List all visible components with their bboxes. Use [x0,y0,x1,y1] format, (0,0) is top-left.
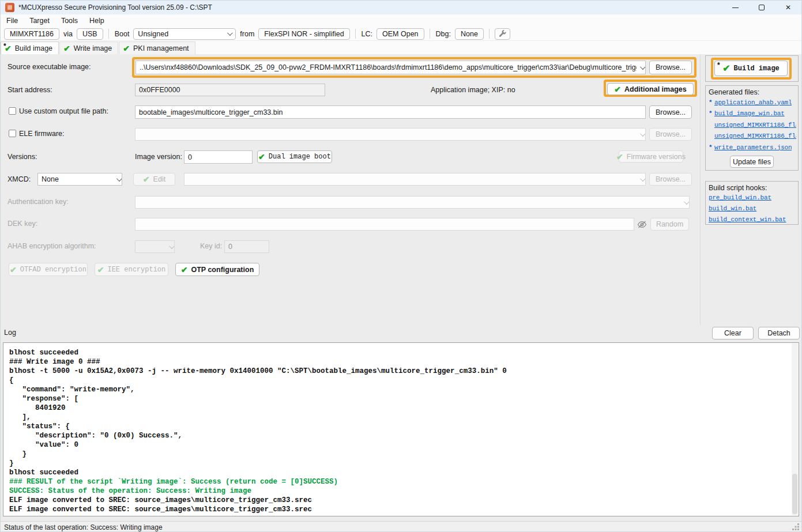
log-line: blhost -t 5000 -u 0x15A2,0x0073 -j -- wr… [9,367,793,376]
minimize-button[interactable] [722,1,748,14]
log-clear-button[interactable]: Clear [712,327,754,339]
toolbar-separator [430,29,430,39]
ele-firmware-checkbox[interactable] [9,130,16,137]
generated-file-link[interactable]: write_parameters.json [714,144,792,151]
menu-item[interactable]: File [2,15,22,27]
xmcd-browse-button: Browse... [649,173,692,186]
generated-file-row: * application_ahab.yaml [709,99,796,106]
tab-build-image[interactable]: * ✔ Build image [1,41,59,54]
check-icon: ✔ [614,85,621,93]
menu-item[interactable]: Help [85,15,109,27]
menu-item[interactable]: Tools [57,15,82,27]
window-title: *MCUXpresso Secure Provisioning Tool ver… [18,3,212,12]
lc-label: LC: [361,30,373,38]
tab-pki-management[interactable]: ✔ PKI management [119,41,195,54]
dual-image-boot-button[interactable]: ✔ Dual image boot [257,150,332,163]
chevron-down-icon [640,131,646,137]
xmcd-select[interactable]: None [37,173,122,186]
maximize-button[interactable] [748,1,775,14]
chevron-down-icon [227,30,233,36]
ele-firmware-combo [135,128,646,141]
hook-script-link[interactable]: build_context_win.bat [709,216,796,223]
image-version-label: Image version: [135,153,182,161]
update-files-button[interactable]: Update files [730,156,774,168]
chevron-down-icon [640,176,646,182]
build-image-button[interactable]: * ✔ Build image [714,61,788,76]
generated-file-link[interactable]: unsigned_MIMXRT1186_fla [714,122,796,129]
custom-output-browse-button[interactable]: Browse... [649,105,692,119]
tab-label: Write image [74,44,112,52]
minimize-icon [732,7,739,8]
generated-file-link[interactable]: unsigned_MIMXRT1186_fla [714,133,796,139]
eye-off-icon [637,220,647,229]
source-image-combo[interactable]: ..\Users\nxf48860\Downloads\SDK_25_09_00… [135,61,646,74]
generated-file-row: * write_parameters.json [709,144,796,151]
menu-bar: FileTargetToolsHelp [1,14,801,27]
iee-encryption-label: IEE encryption [107,266,165,274]
tab-write-image[interactable]: ✔ Write image [59,41,118,54]
otfad-encryption-label: OTFAD encryption [20,266,86,274]
log-line: blhost succeeded [9,348,793,357]
versions-label: Versions: [7,153,37,161]
check-icon: ✔ [181,266,188,274]
custom-output-field[interactable]: bootable_images\multicore_trigger_cm33.b… [135,105,646,119]
key-id-field: 0 [224,240,269,253]
source-browse-button[interactable]: Browse... [649,61,692,74]
hook-script-link[interactable]: pre_build_win.bat [709,194,796,201]
dbg-label: Dbg: [435,30,451,38]
connection-button[interactable]: USB [77,28,103,40]
lifecycle-button[interactable]: OEM Open [376,28,424,40]
log-output[interactable]: blhost succeeded### Write image 0 ###blh… [3,342,799,516]
generated-files-title: Generated files: [709,88,759,96]
source-image-label: Source executable image: [7,63,91,71]
status-bar: Status of the last operation: Success: W… [1,521,801,532]
otp-configuration-button[interactable]: ✔ OTP configuration [175,263,259,276]
custom-output-checkbox[interactable] [9,107,16,115]
tab-label: Build image [15,44,52,52]
check-icon: ✔ [616,153,623,161]
tab-bar: * ✔ Build image ✔ Write image ✔ PKI mana… [1,41,801,54]
ele-firmware-browse-button: Browse... [649,128,692,141]
authentication-key-combo [135,196,690,209]
image-version-field[interactable]: 0 [184,150,253,164]
log-section: Log Clear Detach blhost succeeded### Wri… [1,325,801,521]
check-icon: ✔ [258,153,265,161]
resize-grip-icon[interactable] [792,523,800,531]
key-id-label: Key id: [200,242,222,250]
build-image-label: Build image [734,65,780,73]
debugger-button[interactable]: None [455,28,484,40]
hook-script-link[interactable]: build_win.bat [709,205,796,212]
check-icon: ✔ [97,266,104,274]
log-line: blhost succeeded [9,468,793,477]
from-label: from [239,30,255,38]
generated-file-row: unsigned_MIMXRT1186_fla [709,121,796,129]
log-scrollbar[interactable] [792,344,798,515]
scrollbar-thumb[interactable] [792,474,797,514]
modified-indicator: * [3,42,6,50]
check-icon: ✔ [123,44,130,52]
settings-wrench-button[interactable] [495,28,510,40]
additional-images-button[interactable]: ✔ Additional images [607,83,694,95]
ahab-algorithm-select [135,240,175,253]
panel-divider [700,54,701,325]
xmcd-value: None [42,175,113,183]
log-detach-button[interactable]: Detach [758,327,800,339]
generated-file-link[interactable]: build_image_win.bat [714,110,785,117]
menu-item[interactable]: Target [25,15,54,27]
title-bar: *MCUXpresso Secure Provisioning Tool ver… [1,1,801,14]
generated-file-link[interactable]: application_ahab.yaml [714,99,792,106]
log-line: } [9,450,793,459]
dual-image-boot-label: Dual image boot [269,153,331,161]
chevron-down-icon [640,64,646,70]
generated-file-row: unsigned_MIMXRT1186_fla [709,133,796,140]
boot-device-button[interactable]: FlexSPI NOR - simplified [258,28,349,40]
log-line: "description": "0 (0x0) Success.", [9,431,793,440]
generated-files-list: * application_ahab.yaml * build_image_wi… [709,99,796,151]
app-icon [5,3,14,12]
iee-encryption-button: ✔ IEE encryption [95,263,168,276]
device-button[interactable]: MIMXRT1186 [4,28,59,40]
close-button[interactable]: ✕ [775,1,801,14]
boot-type-select[interactable]: Unsigned [133,28,236,40]
modified-indicator: * [717,61,720,69]
boot-type-value: Unsigned [138,30,224,38]
